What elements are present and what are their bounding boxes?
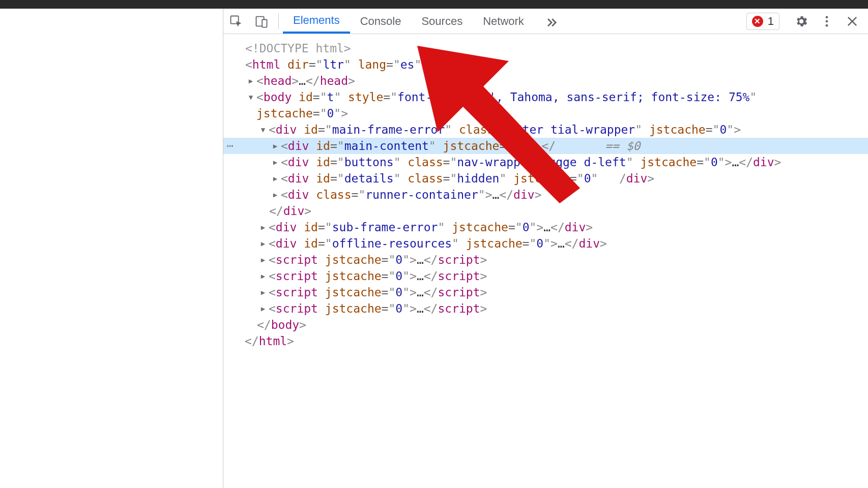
error-count-badge[interactable]: ✕ 1 <box>746 13 779 30</box>
dom-script-4[interactable]: ▶ <script jstcache="0">…</script> <box>223 300 868 317</box>
svg-rect-2 <box>262 19 267 27</box>
dom-html-close[interactable]: </html> <box>223 333 868 349</box>
error-count: 1 <box>768 15 774 28</box>
dom-script-2[interactable]: ▶ <script jstcache="0">…</script> <box>223 268 868 284</box>
tab-network[interactable]: Network <box>473 9 534 34</box>
more-tabs-icon[interactable] <box>544 14 559 28</box>
dom-sub-frame-error[interactable]: ▶ <div id="sub-frame-error" jstcache="0"… <box>223 219 868 235</box>
tab-console[interactable]: Console <box>350 9 412 34</box>
dom-mfe-close[interactable]: </div> <box>223 203 868 219</box>
dom-main-frame-error[interactable]: ▼ <div id="main-frame-error" class="inte… <box>223 121 868 138</box>
devtools-tabbar: Elements Console Sources Network ✕ 1 <box>223 9 868 34</box>
dom-tree[interactable]: ▶ <!DOCTYPE html> ▶ <html dir="ltr" lang… <box>223 34 868 349</box>
dom-offline-resources[interactable]: ▶ <div id="offline-resources" jstcache="… <box>223 235 868 252</box>
devtools-panel: Elements Console Sources Network ✕ 1 <box>223 9 868 488</box>
tab-sources[interactable]: Sources <box>411 9 473 34</box>
dom-body-open[interactable]: ▼ <body id="t" style="font-famil UI', Ta… <box>223 89 868 121</box>
inspect-icon[interactable] <box>229 14 243 28</box>
svg-point-5 <box>826 24 828 26</box>
dom-doctype[interactable]: ▶ <!DOCTYPE html> <box>223 40 868 56</box>
dom-head[interactable]: ▶ <head>…</head> <box>223 73 868 89</box>
browser-chrome-strip <box>0 0 868 9</box>
dom-body-close[interactable]: </body> <box>223 317 868 333</box>
dom-buttons[interactable]: ▶ <div id="buttons" class="nav-wrapper s… <box>223 154 868 170</box>
dom-script-3[interactable]: ▶ <script jstcache="0">…</script> <box>223 284 868 300</box>
page-preview-pane <box>0 9 223 488</box>
svg-point-4 <box>826 20 828 22</box>
device-toggle-icon[interactable] <box>254 14 269 28</box>
dom-script-1[interactable]: ▶ <script jstcache="0">…</script> <box>223 252 868 268</box>
dom-details[interactable]: ▶ <div id="details" class="hidden" jstca… <box>223 170 868 187</box>
dom-main-content[interactable]: ⋯ ▶ <div id="main-content" jstcache="0">… <box>223 138 868 154</box>
close-icon[interactable] <box>845 14 859 28</box>
dom-runner-container[interactable]: ▶ <div class="runner-container">…</div> <box>223 187 868 203</box>
settings-icon[interactable] <box>794 14 808 28</box>
dom-html-open[interactable]: ▶ <html dir="ltr" lang="es" clas <box>223 56 868 73</box>
kebab-menu-icon[interactable] <box>820 14 834 28</box>
separator <box>278 14 279 29</box>
error-icon: ✕ <box>752 16 763 27</box>
selected-gutter-icon: ⋯ <box>223 138 236 154</box>
tab-elements[interactable]: Elements <box>283 9 350 34</box>
svg-point-3 <box>826 16 828 18</box>
